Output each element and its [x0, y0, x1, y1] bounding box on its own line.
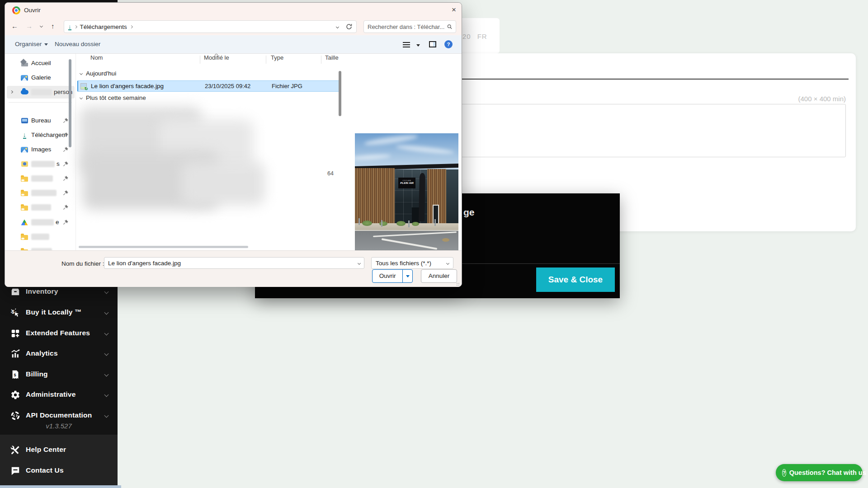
- tree-item-blurred[interactable]: [7, 201, 75, 214]
- sidebar-item-api-documentation[interactable]: API Documentation: [0, 408, 118, 423]
- blurred-label: [31, 234, 49, 240]
- open-button[interactable]: Ouvrir: [372, 269, 413, 283]
- group-header-today[interactable]: Aujourd'hui: [80, 70, 116, 77]
- list-horizontal-scrollbar[interactable]: [79, 246, 248, 248]
- blurred-label: [31, 161, 55, 167]
- back-button[interactable]: ←: [11, 22, 18, 30]
- preview-image: CYCLES PLEIN AIR: [355, 133, 458, 250]
- tree-item-blurred[interactable]: [7, 187, 75, 199]
- blurred-account-name: [31, 89, 52, 95]
- file-type: Fichier JPG: [272, 83, 302, 89]
- tree-item-gallery[interactable]: Galerie: [7, 71, 75, 84]
- sidebar-item-help-center[interactable]: Help Center: [0, 443, 118, 457]
- breadcrumb-downloads[interactable]: Téléchargements: [80, 23, 127, 30]
- pin-icon: [63, 176, 68, 181]
- downloads-icon: ↓: [68, 23, 71, 30]
- api-docs-icon: [10, 410, 21, 421]
- tools-icon: [10, 445, 21, 455]
- gear-icon: [10, 389, 21, 400]
- search-box: [363, 20, 456, 33]
- folder-icon: [20, 174, 28, 183]
- address-dropdown-chevron[interactable]: [336, 25, 339, 28]
- column-header-modified[interactable]: Modifié le: [204, 54, 229, 61]
- chat-launcher[interactable]: ? Questions? Chat with us: [776, 464, 863, 481]
- tree-item-blurred[interactable]: [7, 245, 75, 250]
- downloads-icon: ↓: [20, 131, 28, 139]
- chat-label: Questions? Chat with us: [789, 469, 866, 476]
- pictures-icon: [20, 145, 28, 154]
- close-icon[interactable]: ×: [447, 5, 461, 15]
- open-file-dialog: Ouvrir × ← → ↑ ↓ Téléchargements Organis…: [5, 2, 462, 287]
- tree-item-downloads[interactable]: ↓ Téléchargem: [7, 129, 75, 141]
- tree-item-onedrive[interactable]: person: [7, 86, 75, 99]
- preview-pane-icon[interactable]: [429, 41, 436, 47]
- save-close-button[interactable]: Save & Close: [536, 267, 615, 292]
- cancel-button[interactable]: Annuler: [421, 269, 457, 283]
- tree-item-home[interactable]: Accueil: [7, 57, 75, 70]
- view-dropdown-caret[interactable]: [416, 44, 420, 47]
- filename-dropdown-chevron[interactable]: [358, 261, 361, 264]
- up-button[interactable]: ↑: [51, 22, 55, 30]
- home-icon: [20, 59, 28, 67]
- column-header-size[interactable]: Taille: [325, 54, 339, 61]
- sidebar-item-buy-it-locally[interactable]: $ Buy it Locally ™: [0, 305, 118, 320]
- collapse-chevron-icon: [80, 72, 83, 75]
- recent-locations-chevron[interactable]: [40, 24, 43, 28]
- sidebar-item-analytics[interactable]: Analytics: [0, 347, 118, 361]
- filename-input[interactable]: [108, 260, 358, 267]
- collapse-chevron-icon: [80, 96, 83, 99]
- tree-item-blurred[interactable]: [7, 230, 75, 243]
- sidebar-item-extended-features[interactable]: Extended Features: [0, 326, 118, 341]
- pane-divider: [75, 54, 76, 250]
- sidebar-item-contact-us[interactable]: Contact Us: [0, 464, 118, 478]
- pin-icon: [63, 205, 68, 210]
- tree-item-blurred[interactable]: [7, 172, 75, 185]
- locale-label: FR: [477, 33, 487, 40]
- filename-label: Nom du fichier :: [61, 260, 104, 267]
- search-input[interactable]: [368, 23, 447, 30]
- sidebar-item-billing[interactable]: $ Billing: [0, 367, 118, 382]
- gallery-icon: [20, 74, 28, 82]
- column-separator: [200, 56, 200, 64]
- help-icon[interactable]: ?: [444, 40, 453, 48]
- tree-item-blurred[interactable]: s: [7, 158, 75, 170]
- search-icon[interactable]: [447, 23, 452, 30]
- view-mode-icon[interactable]: [403, 42, 410, 47]
- analytics-icon: [10, 348, 21, 359]
- svg-text:$: $: [14, 373, 16, 377]
- filetype-select[interactable]: Tous les fichiers (*.*): [371, 257, 453, 269]
- chevron-down-icon: [104, 310, 109, 315]
- column-header-type[interactable]: Type: [271, 54, 283, 61]
- forward-button[interactable]: →: [26, 22, 33, 30]
- blurred-label: [31, 204, 51, 211]
- address-bar[interactable]: ↓ Téléchargements: [64, 20, 357, 33]
- file-row-selected[interactable]: Le lion d'angers facade.jpg 23/10/2025 0…: [77, 80, 340, 92]
- folder-icon: [20, 203, 28, 211]
- dialog-titlebar: [5, 3, 462, 18]
- new-folder-button[interactable]: Nouveau dossier: [55, 41, 100, 47]
- group-header-week[interactable]: Plus tôt cette semaine: [80, 94, 146, 101]
- sidebar-item-label: Administrative: [26, 390, 75, 399]
- refresh-icon[interactable]: [346, 23, 352, 30]
- dialog-bottombar: Nom du fichier : Tous les fichiers (*.*)…: [5, 250, 462, 287]
- sidebar-item-administrative[interactable]: Administrative: [0, 388, 118, 402]
- open-split-dropdown[interactable]: [402, 270, 412, 282]
- resize-grip[interactable]: [456, 282, 460, 286]
- expand-chevron[interactable]: [10, 90, 13, 94]
- tree-scrollbar[interactable]: [69, 59, 71, 147]
- chat-bubble-icon: [10, 465, 21, 476]
- photo-wood-wall-left: [355, 168, 395, 226]
- char-counter: 20 FR: [462, 33, 487, 40]
- organize-button[interactable]: Organiser: [15, 41, 48, 47]
- chevron-down-icon: [104, 393, 109, 397]
- tree-item-desktop[interactable]: Bureau: [7, 114, 75, 127]
- chevron-down-icon: [104, 290, 109, 294]
- pin-icon: [63, 147, 68, 152]
- extended-features-icon: [10, 328, 21, 339]
- column-header-name[interactable]: Nom: [90, 54, 103, 61]
- list-vertical-scrollbar[interactable]: [339, 71, 341, 116]
- tree-item-pictures[interactable]: Images: [7, 143, 75, 156]
- tree-item-blurred[interactable]: e: [7, 216, 75, 229]
- file-name: Le lion d'angers facade.jpg: [91, 83, 164, 89]
- dialog-navbar: ← → ↑ ↓ Téléchargements: [5, 18, 462, 35]
